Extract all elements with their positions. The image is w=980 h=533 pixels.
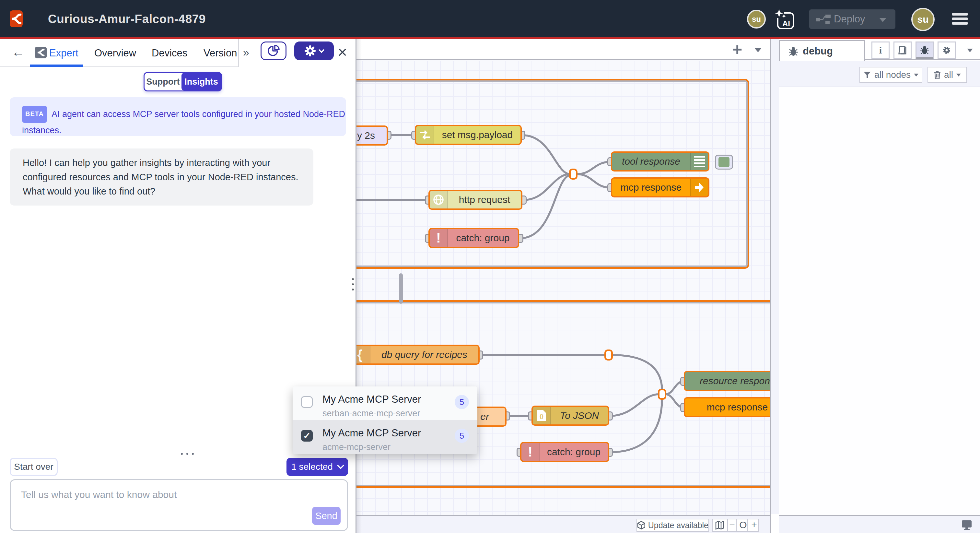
tab-expert[interactable]: Expert bbox=[49, 47, 78, 59]
canvas-scrollbar-thumb[interactable] bbox=[399, 273, 403, 304]
wire-junction[interactable] bbox=[569, 169, 578, 180]
debug-tab-icon[interactable] bbox=[915, 41, 934, 59]
navigator-icon[interactable] bbox=[712, 519, 727, 532]
change-node-icon bbox=[416, 126, 434, 144]
user-avatar[interactable]: su bbox=[911, 8, 935, 31]
back-arrow-icon[interactable]: ← bbox=[12, 45, 25, 59]
node-label: mcp response bbox=[612, 182, 690, 193]
divider-dot bbox=[352, 289, 354, 290]
tab-overview[interactable]: Overview bbox=[94, 47, 136, 59]
dropdown-item-1[interactable]: My Acme MCP Server serban-acme-mcp-serve… bbox=[293, 386, 477, 420]
dropdown-item-count-badge: 5 bbox=[455, 429, 469, 443]
debug-filter-button[interactable]: all nodes bbox=[859, 67, 922, 83]
beta-text-suffix2: instances. bbox=[22, 123, 334, 138]
wire-junction[interactable] bbox=[658, 389, 666, 400]
node-db-query[interactable]: { db query for recipes bbox=[356, 345, 480, 365]
node-label: resource respons bbox=[685, 375, 770, 386]
node-catch-bottom[interactable]: ! catch: group bbox=[520, 442, 609, 462]
zoom-controls[interactable]: − O + bbox=[727, 519, 759, 532]
panel-resize-handle[interactable] bbox=[181, 453, 194, 455]
checkbox-checked[interactable]: ✓ bbox=[301, 430, 313, 442]
link-out-node-icon bbox=[690, 179, 708, 196]
update-available-label: Update available bbox=[648, 521, 708, 530]
header: Curious-Amur-Falcon-4879 su AI Deploy su bbox=[0, 0, 980, 37]
node-label: catch: group bbox=[448, 233, 518, 244]
node-label: tool response bbox=[612, 156, 690, 167]
team-avatar[interactable]: su bbox=[747, 10, 766, 29]
assistant-panel: ← Expert Overview Devices Version » bbox=[0, 39, 356, 533]
insights-chart-button[interactable] bbox=[261, 41, 286, 60]
update-available-button[interactable]: Update available bbox=[636, 519, 709, 532]
svg-text:{}: {} bbox=[540, 414, 544, 419]
debug-enable-toggle[interactable] bbox=[715, 155, 733, 169]
toggle-support[interactable]: Support bbox=[145, 73, 181, 91]
add-flow-icon[interactable]: + bbox=[732, 40, 742, 59]
main-menu-icon[interactable] bbox=[952, 13, 968, 25]
divider-dot bbox=[352, 283, 354, 285]
tab-overflow-chevrons[interactable]: » bbox=[243, 46, 249, 59]
node-debug-resource-response[interactable]: resource respons bbox=[684, 371, 770, 391]
support-insights-toggle: Support Insights bbox=[143, 72, 222, 91]
close-panel-icon[interactable]: × bbox=[338, 43, 347, 62]
node-mcp-response-bottom[interactable]: mcp response bbox=[684, 397, 770, 417]
node-label: catch: group bbox=[539, 447, 608, 458]
help-tab-icon[interactable] bbox=[894, 41, 912, 59]
node-to-json[interactable]: {} To JSON bbox=[531, 405, 609, 426]
settings-dropdown-button[interactable] bbox=[294, 41, 334, 60]
debug-tab-label: debug bbox=[803, 45, 833, 57]
config-tab-icon[interactable] bbox=[937, 41, 956, 59]
node-label: mcp response bbox=[685, 402, 770, 413]
deploy-options-chevron-icon[interactable] bbox=[879, 18, 886, 22]
wire-junction[interactable] bbox=[605, 349, 613, 361]
dropdown-item-subtitle: serban-acme-mcp-server bbox=[323, 409, 420, 418]
mcp-server-tools-link[interactable]: MCP server tools bbox=[133, 109, 200, 119]
zoom-out-button[interactable]: − bbox=[728, 519, 737, 531]
node-change-set-msg-payload[interactable]: set msg.payload bbox=[415, 125, 522, 145]
svg-text:AI: AI bbox=[782, 19, 790, 28]
dropdown-item-count-badge: 5 bbox=[455, 395, 469, 409]
assistant-message-text: Hello! I can help you gather insights by… bbox=[23, 156, 301, 170]
zoom-in-button[interactable]: + bbox=[750, 519, 758, 531]
sidebar-footer bbox=[779, 515, 980, 533]
node-debug-tool-response[interactable]: tool response bbox=[611, 152, 710, 171]
tab-devices[interactable]: Devices bbox=[152, 47, 187, 59]
beta-text-prefix: AI agent can access bbox=[51, 109, 133, 119]
assistant-message-text: What would you like to find out? bbox=[23, 184, 301, 198]
start-over-button[interactable]: Start over bbox=[10, 458, 58, 476]
json-node-icon: {} bbox=[533, 407, 551, 424]
node-catch-top[interactable]: ! catch: group bbox=[428, 228, 519, 248]
ai-assistant-icon[interactable]: AI bbox=[774, 8, 795, 30]
selected-count-label: 1 selected bbox=[291, 462, 333, 472]
checkbox-unchecked[interactable] bbox=[301, 396, 313, 408]
dropdown-item-2[interactable]: ✓ My Acme MCP Server acme-mcp-server 5 bbox=[293, 420, 477, 454]
info-tab-icon[interactable]: i bbox=[872, 41, 889, 59]
composer-placeholder: Tell us what you want to know about bbox=[21, 489, 177, 500]
toggle-insights[interactable]: Insights bbox=[181, 73, 221, 91]
node-label: http request bbox=[448, 194, 521, 205]
node-http-request[interactable]: http request bbox=[428, 190, 522, 210]
selected-dropdown-button[interactable]: 1 selected bbox=[286, 458, 348, 476]
flow-canvas[interactable]: y 2s set msg.payload tool response mcp r… bbox=[356, 39, 770, 533]
mcp-server-dropdown: My Acme MCP Server serban-acme-mcp-serve… bbox=[293, 386, 477, 454]
debug-clear-label: all bbox=[944, 70, 953, 80]
dropdown-item-title: My Acme MCP Server bbox=[323, 427, 421, 439]
deploy-button[interactable]: Deploy bbox=[809, 10, 896, 29]
sidebar-tab-debug[interactable]: debug bbox=[779, 40, 865, 61]
zoom-reset-button[interactable]: O bbox=[739, 519, 748, 531]
divider-dot bbox=[352, 278, 354, 280]
flowfuse-logo-icon[interactable] bbox=[10, 10, 23, 27]
sidebar-options-chevron-icon[interactable] bbox=[967, 49, 973, 52]
settings-chevron-icon bbox=[318, 47, 325, 53]
dropdown-item-subtitle: acme-mcp-server bbox=[323, 442, 390, 452]
node-mcp-response-top[interactable]: mcp response bbox=[611, 177, 710, 198]
tab-version[interactable]: Version bbox=[204, 47, 237, 59]
send-button[interactable]: Send bbox=[312, 507, 340, 525]
catch-node-icon: ! bbox=[430, 229, 448, 247]
remote-view-icon[interactable] bbox=[961, 520, 972, 530]
flow-list-chevron-icon[interactable] bbox=[754, 48, 762, 52]
debug-node-icon bbox=[690, 153, 708, 170]
debug-clear-button[interactable]: all bbox=[928, 67, 967, 83]
composer-input[interactable]: Tell us what you want to know about Send bbox=[10, 479, 348, 531]
assistant-message-text: configured resources and MCP tools in yo… bbox=[23, 170, 301, 184]
dropdown-item-title: My Acme MCP Server bbox=[323, 394, 421, 405]
